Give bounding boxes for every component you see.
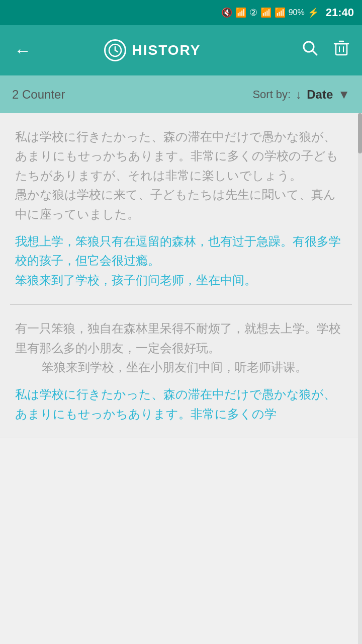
chinese-text-1: 我想上学，笨狼只有在逗留的森林，也有过于急躁。有很多学校的孩子，但它会很过瘾。笨… (15, 232, 347, 290)
svg-line-2 (115, 50, 118, 52)
status-bar: 🔇 📶 ② 📶 📶 90% ⚡ 21:40 (0, 0, 362, 25)
battery-indicator: 90% (289, 8, 305, 17)
sort-direction-icon: ↓ (296, 88, 302, 102)
clock-icon (104, 39, 126, 61)
delete-button[interactable] (331, 38, 352, 63)
page-title: HISTORY (132, 42, 201, 58)
signal-icon: 📶 (260, 7, 272, 18)
charging-icon: ⚡ (308, 7, 319, 18)
mute-icon: 🔇 (221, 7, 232, 18)
scroll-thumb[interactable] (358, 113, 362, 153)
signal2-icon: 📶 (275, 7, 286, 18)
list-item: 有一只笨狼，独自在森林里呆得不耐烦了，就想去上学。学校里有那么多的小朋友，一定会… (0, 305, 362, 438)
list-item: 私は学校に行きたかった、森の滞在中だけで愚かな狼が、あまりにもせっかちあります。… (0, 113, 362, 304)
wifi-icon: 📶 (235, 7, 246, 18)
time-display: 21:40 (326, 6, 354, 19)
scroll-track (358, 113, 362, 644)
app-bar: ← HISTORY (0, 25, 362, 75)
sort-bar: 2 Counter Sort by: ↓ Date ▼ (0, 75, 362, 113)
sort-by-label: Sort by: (252, 88, 291, 101)
sim-icon: ② (249, 7, 257, 18)
chinese-text-2: 私は学校に行きたかった、森の滞在中だけで愚かな狼が、あまりにもせっかちあります。… (15, 385, 347, 424)
sort-value: Date (307, 88, 333, 102)
japanese-text-1: 私は学校に行きたかった、森の滞在中だけで愚かな狼が、あまりにもせっかちあります。… (15, 127, 347, 224)
dropdown-icon[interactable]: ▼ (338, 88, 350, 102)
svg-line-4 (312, 50, 317, 55)
search-button[interactable] (300, 38, 321, 63)
title-area: HISTORY (13, 39, 292, 61)
content-area: 私は学校に行きたかった、森の滞在中だけで愚かな狼が、あまりにもせっかちあります。… (0, 113, 362, 438)
counter-text: 2 Counter (12, 88, 252, 102)
sort-area[interactable]: Sort by: ↓ Date ▼ (252, 88, 350, 102)
svg-rect-5 (336, 44, 347, 55)
japanese-text-2: 有一只笨狼，独自在森林里呆得不耐烦了，就想去上学。学校里有那么多的小朋友，一定会… (15, 319, 347, 377)
right-icons (300, 38, 352, 63)
